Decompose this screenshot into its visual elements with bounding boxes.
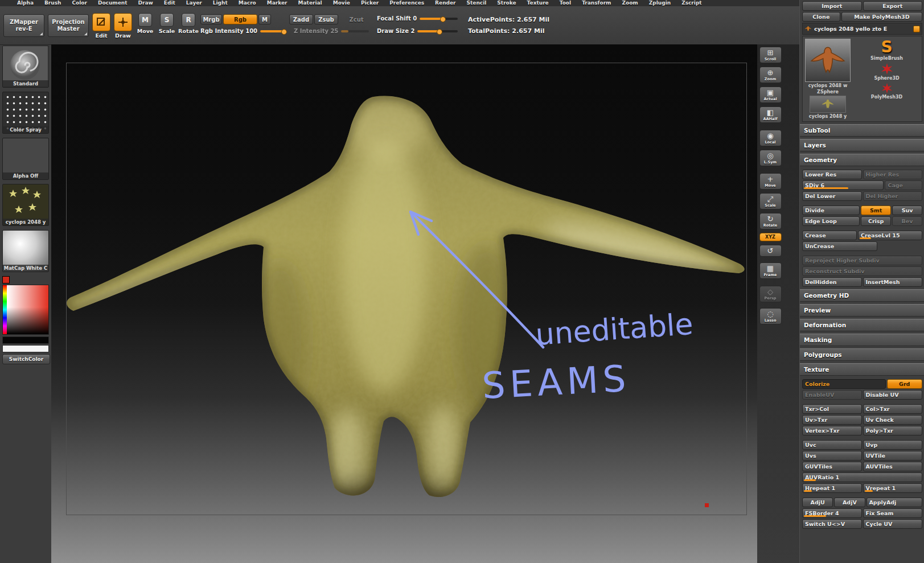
crease-button[interactable]: Crease (802, 231, 857, 240)
menu-item[interactable]: Alpha (17, 0, 34, 6)
reproject-button[interactable]: Reproject Higher Subdiv (802, 256, 922, 265)
brush-selector[interactable]: Standard (2, 46, 49, 88)
menu-item[interactable]: Zoom (622, 0, 638, 6)
xyz-axis-button[interactable]: XYZ (759, 233, 782, 241)
section-deformation[interactable]: Deformation (800, 319, 924, 331)
menu-item[interactable]: Tool (560, 0, 571, 6)
divide-button[interactable]: Divide (802, 206, 860, 215)
adju-button[interactable]: AdjU (802, 498, 833, 507)
insert-mesh-button[interactable]: InsertMesh (863, 277, 923, 287)
z-intensity-slider[interactable]: Z Intensity 25 (294, 28, 369, 34)
aahalf-button[interactable]: ◧ AAHalf (759, 106, 782, 123)
higher-res-button[interactable]: Higher Res (863, 170, 923, 179)
focal-shift-slider[interactable]: Focal Shift 0 (377, 15, 458, 22)
section-texture[interactable]: Texture (800, 363, 924, 376)
guvtiles-button[interactable]: GUVTiles (802, 462, 862, 471)
menu-item[interactable]: Picker (361, 0, 379, 6)
stroke-selector[interactable]: Color Spray (2, 92, 49, 134)
white-swatch[interactable] (2, 345, 49, 352)
poly-txr-button[interactable]: Poly>Txr (863, 426, 923, 435)
uv-check-button[interactable]: Uv Check (863, 415, 923, 425)
colorize-toggle[interactable]: Colorize (802, 379, 886, 389)
color-picker[interactable] (2, 285, 49, 335)
tool-quickpick-icon[interactable] (913, 26, 920, 32)
tool-item-simplebrush[interactable]: S SimpleBrush (854, 39, 919, 61)
crisp-toggle[interactable]: Crisp (861, 216, 891, 226)
spin-button[interactable]: ↺ (759, 245, 782, 257)
edit-mode-button[interactable]: Edit (91, 13, 112, 39)
menu-item[interactable]: Brush (44, 0, 61, 6)
hrepeat-slider[interactable]: Hrepeat 1 (802, 483, 862, 493)
rgb-intensity-slider[interactable]: Rgb Intensity 100 (200, 28, 286, 34)
zsub-button[interactable]: Zsub (314, 14, 338, 24)
projection-master-button[interactable]: Projection Master (48, 14, 89, 37)
grd-toggle[interactable]: Grd (887, 379, 923, 389)
uv-txr-button[interactable]: Uv>Txr (802, 415, 862, 425)
black-swatch[interactable] (2, 336, 49, 344)
tool-item-zsphere[interactable]: ZSphere (805, 89, 851, 94)
fsborder-slider[interactable]: FSBorder 4 (802, 508, 862, 518)
vrepeat-slider[interactable]: Vrepeat 1 (863, 483, 923, 493)
crease-lvl-slider[interactable]: CreaseLvl 15 (858, 231, 922, 240)
document-canvas[interactable]: uneditable SEAMS (51, 44, 757, 563)
current-tool-bar[interactable]: cyclops 2048 yello zto E (802, 23, 922, 35)
section-geometry[interactable]: Geometry (800, 154, 924, 166)
col-txr-button[interactable]: Col>Txr (863, 404, 923, 414)
section-geometry-hd[interactable]: Geometry HD (800, 289, 924, 302)
menu-item[interactable]: Preferences (389, 0, 424, 6)
tool-item-sphere3d[interactable]: Sphere3D (854, 62, 919, 81)
hue-strip[interactable] (3, 285, 7, 334)
suv-toggle[interactable]: Suv (892, 206, 922, 215)
menu-item[interactable]: Material (298, 0, 322, 6)
menu-item[interactable]: Movie (333, 0, 350, 6)
section-subtool[interactable]: SubTool (800, 124, 924, 137)
cage-button[interactable]: Cage (885, 180, 922, 190)
menu-item[interactable]: Color (72, 0, 87, 6)
txr-col-button[interactable]: Txr>Col (802, 404, 862, 414)
enable-uv-button[interactable]: EnableUV (802, 390, 862, 400)
persp-button[interactable]: ◇ Persp (759, 286, 782, 302)
menu-item[interactable]: Draw (138, 0, 153, 6)
bev-toggle[interactable]: Bev (892, 216, 922, 226)
local-button[interactable]: ◉ Local (759, 130, 782, 146)
smt-toggle[interactable]: Smt (861, 206, 891, 215)
menu-item[interactable]: Document (98, 0, 128, 6)
rgb-button[interactable]: Rgb (223, 14, 257, 24)
menu-item[interactable]: Transform (582, 0, 611, 6)
del-hidden-button[interactable]: DelHidden (802, 277, 862, 287)
zmapper-button[interactable]: ZMapper rev-E (3, 14, 44, 37)
scale-3d-button[interactable]: ⤢ Scale (759, 193, 782, 209)
material-selector[interactable]: MatCap White C (2, 230, 49, 272)
tool-item-polymesh3d[interactable]: PolyMesh3D (854, 82, 919, 100)
menu-item[interactable]: Layer (186, 0, 202, 6)
zcut-button[interactable]: Zcut (345, 14, 368, 24)
cycle-uv-button[interactable]: Cycle UV (863, 519, 923, 529)
disable-uv-button[interactable]: Disable UV (863, 390, 923, 400)
lasso-button[interactable]: ◌ Lasso (759, 308, 782, 324)
section-masking[interactable]: Masking (800, 334, 924, 346)
lower-res-button[interactable]: Lower Res (802, 170, 862, 179)
uvp-button[interactable]: Uvp (863, 440, 923, 450)
adjv-button[interactable]: AdjV (834, 498, 865, 507)
zoom-button[interactable]: ⊕ Zoom (759, 67, 782, 83)
export-button[interactable]: Export (863, 1, 923, 11)
tool-thumb-cyclops-small[interactable] (810, 96, 846, 113)
menu-item[interactable]: Marker (267, 0, 288, 6)
menu-item[interactable]: Texture (527, 0, 549, 6)
lsym-button[interactable]: ◎ L.Sym (759, 150, 782, 166)
alpha-selector[interactable]: Alpha Off (2, 138, 49, 180)
sdiv-slider[interactable]: SDiv 6 (802, 180, 884, 190)
move-3d-button[interactable]: + Move (759, 173, 782, 190)
saturation-value-square[interactable] (7, 285, 48, 334)
del-lower-button[interactable]: Del Lower (802, 191, 862, 201)
zadd-button[interactable]: Zadd (289, 14, 313, 24)
move-mode-button[interactable]: M Move (135, 11, 155, 34)
section-layers[interactable]: Layers (800, 139, 924, 151)
menu-item[interactable]: Light (213, 0, 228, 6)
switch-uv-button[interactable]: Switch U<>V (802, 519, 862, 529)
actual-button[interactable]: ▣ Actual (759, 87, 782, 103)
menu-item[interactable]: Stroke (497, 0, 516, 6)
switch-color-button[interactable]: SwitchColor (2, 354, 50, 364)
scale-mode-button[interactable]: S Scale (157, 11, 177, 34)
draw-size-slider[interactable]: Draw Size 2 (377, 28, 458, 34)
